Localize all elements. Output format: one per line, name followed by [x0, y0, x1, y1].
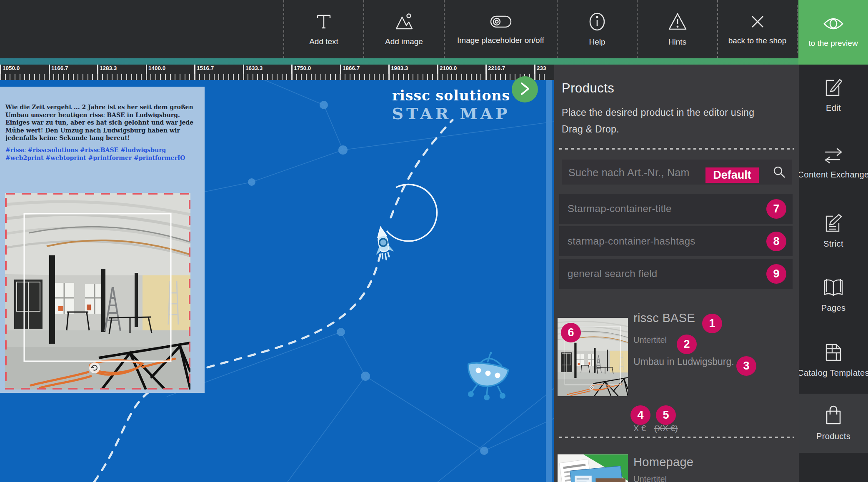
photo-placeholder[interactable] [5, 193, 190, 390]
sidebar-item-products[interactable]: Products [799, 394, 868, 453]
toolbar-separator [797, 5, 798, 53]
sidebar-item-label: Products [816, 432, 850, 441]
annotation-badge-9: 9 [766, 264, 786, 284]
design-canvas[interactable]: Wie die Zeit vergeht ... 2 Jahre ist es … [0, 80, 554, 482]
product-title: rissc BASE [633, 311, 695, 325]
story-textbox[interactable]: Wie die Zeit vergeht ... 2 Jahre ist es … [5, 103, 205, 142]
field-starmap-container-hashtags[interactable]: starmap-container-hashtags 8 [559, 226, 793, 256]
open-book-icon [823, 278, 844, 299]
hints-button[interactable]: Hints [637, 0, 717, 58]
canvas-scrollbar[interactable] [546, 80, 552, 482]
starmap-logo[interactable]: rissc solutions STAR MAP [385, 87, 517, 123]
toolbar-item-label: Add text [309, 37, 338, 46]
annotation-badge-7: 7 [766, 199, 786, 219]
sidebar-item-label: Strict [823, 239, 843, 249]
sidebar-item-label: Edit [826, 103, 841, 113]
ruler-tick-label: 1866.7 [343, 65, 360, 71]
ruler-minor-ticks [0, 74, 546, 80]
dashed-divider [559, 437, 794, 438]
toolbar-item-label: Add image [385, 37, 423, 46]
image-placeholder-toggle-button[interactable]: Image placeholder on/off [444, 0, 557, 58]
back-to-shop-button[interactable]: back to the shop [717, 0, 797, 58]
starmap-text-container[interactable]: Wie die Zeit vergeht ... 2 Jahre ist es … [0, 87, 205, 393]
catalog-template-icon [824, 342, 843, 364]
text-icon [314, 12, 333, 31]
horizontal-ruler: 1050.0 1166.7 1283.3 1400.0 1516.7 1633.… [0, 65, 546, 80]
sidebar-item-label: Content Exchange [799, 170, 868, 180]
product-subtitle: Untertitel [633, 475, 667, 482]
editor-app: Add text Add image Image placeholder on/… [0, 0, 868, 482]
toolbar-item-label: Help [589, 37, 605, 47]
annotation-badge-2: 2 [677, 335, 697, 354]
sidebar-item-pages[interactable]: Pages [799, 278, 868, 320]
chevron-right-icon [520, 82, 530, 97]
default-annotation-badge: Default [705, 167, 759, 183]
sidebar-item-label: Pages [821, 303, 846, 313]
add-text-button[interactable]: Add text [283, 0, 363, 58]
panel-title: Products [562, 81, 614, 96]
annotation-badge-8: 8 [766, 232, 786, 251]
ruler-tick-label: 2216.7 [488, 65, 505, 71]
selection-dashed-border [5, 193, 190, 390]
help-button[interactable]: Help [557, 0, 637, 58]
annotation-badge-5: 5 [656, 405, 676, 425]
field-starmap-container-title[interactable]: Starmap-container-title 7 [559, 194, 793, 224]
dashed-divider [559, 148, 794, 150]
close-icon [749, 13, 766, 30]
product-description: Umbau in Ludwigsburg. [633, 356, 734, 367]
ruler-tick-label: 1166.7 [51, 65, 68, 71]
annotation-badge-1: 1 [702, 314, 722, 333]
right-sidebar: Edit Content Exchange Strict Pages Catal… [799, 65, 868, 482]
ruler-tick-label: 1400.0 [148, 65, 165, 71]
toggle-icon [489, 13, 513, 30]
to-preview-button[interactable]: to the preview [798, 0, 868, 65]
field-label: Starmap-container-title [568, 203, 672, 215]
sidebar-item-edit[interactable]: Edit [799, 77, 868, 119]
product-title: Homepage [633, 455, 693, 469]
sidebar-item-label: Catalog Templates [799, 368, 868, 378]
products-panel: Products Place the desired product in th… [554, 65, 799, 482]
ruler-tick-label: 1633.3 [245, 65, 263, 71]
annotation-badge-3: 3 [736, 356, 756, 376]
image-icon [394, 12, 415, 31]
toolbar-item-label: Hints [668, 37, 686, 47]
sidebar-item-strict[interactable]: Strict [799, 213, 868, 255]
shopping-bag-icon [824, 405, 843, 427]
add-image-button[interactable]: Add image [363, 0, 444, 58]
field-label: starmap-container-hashtags [568, 235, 695, 247]
product-subtitle: Untertitel [633, 335, 667, 345]
edit-icon [824, 77, 843, 99]
field-general-search[interactable]: general search field 9 [559, 259, 793, 289]
search-icon[interactable] [773, 165, 786, 180]
ruler-tick-label: 1750.0 [294, 65, 311, 71]
to-preview-label: to the preview [808, 39, 858, 48]
accent-gradient-bar [0, 58, 798, 65]
next-page-button[interactable] [512, 76, 538, 102]
panel-subtitle: Place the desired product in the editor … [562, 104, 760, 137]
ruler-tick-label: 2100.0 [440, 65, 457, 71]
top-toolbar: Add text Add image Image placeholder on/… [0, 0, 798, 58]
field-label: general search field [568, 268, 657, 280]
info-icon [588, 12, 606, 32]
ruler-tick-label: 1516.7 [197, 65, 214, 71]
annotation-badge-4: 4 [630, 405, 650, 425]
ruler-tick-label: 1283.3 [100, 65, 117, 71]
product-thumbnail[interactable] [558, 454, 628, 482]
logo-line2: STAR MAP [385, 104, 517, 123]
ruler-tick-label: 2333.3 [537, 65, 546, 71]
sidebar-item-catalog-templates[interactable]: Catalog Templates [799, 342, 868, 384]
product-price: X € [633, 424, 646, 433]
annotation-badge-6: 6 [561, 323, 581, 342]
logo-line1: rissc solutions [385, 87, 517, 104]
product-search-box: Default [562, 160, 792, 185]
product-old-price: (XX €) [654, 424, 678, 433]
hashtags-textbox[interactable]: #rissc #risscsolutions #risscBASE #ludwi… [5, 146, 205, 162]
ruler-tick-label: 1050.0 [3, 65, 20, 71]
toolbar-item-label: back to the shop [728, 36, 786, 45]
toolbar-item-label: Image placeholder on/off [457, 36, 544, 45]
strict-icon [824, 213, 843, 235]
ruler-tick-label: 1983.3 [391, 65, 408, 71]
warning-icon [667, 12, 688, 32]
sidebar-item-content-exchange[interactable]: Content Exchange [799, 146, 868, 188]
eye-icon [823, 17, 844, 32]
